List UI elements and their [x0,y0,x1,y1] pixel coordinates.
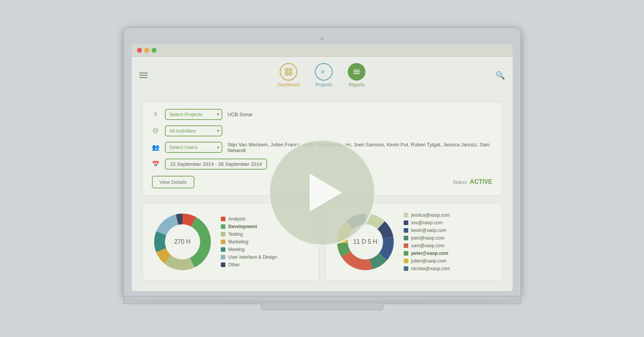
calendar-icon: 📅 [152,160,160,168]
nav-reports[interactable]: Reports [348,63,365,87]
svg-rect-0 [285,68,288,71]
legend-development: Development [221,224,277,229]
browser-titlebar [132,44,513,57]
ui-design-label: User Interface & Design [228,254,277,260]
joeri-color [404,236,408,240]
hash-icon: # [152,111,160,118]
analysis-label: Analysis [228,216,246,222]
date-range: 22 September 2014 - 26 September 2014 [165,159,267,170]
other-label: Other [228,262,240,267]
reports-label: Reports [349,82,365,87]
projects-icon: # [315,63,333,81]
peter-color [404,251,408,256]
svg-rect-3 [289,72,292,75]
legend-julien: julien@xaop.com [404,258,450,264]
marketing-label: Marketing [228,239,249,245]
svg-text:#: # [321,68,325,75]
at-icon: @ [152,127,160,134]
legend-jessica: jessica@xaop.com [404,212,450,218]
activity-donut: 270 H [152,211,213,272]
nicolas-label: nicolas@xaop.com [411,266,450,271]
analysis-color [221,217,225,221]
julien-color [404,259,408,263]
legend-meeting: Meeting [221,247,277,252]
development-label: Development [228,224,257,229]
meeting-label: Meeting [228,247,245,252]
users-icon: 👥 [152,144,160,151]
svv-label: svv@xaop.com [411,220,443,225]
user-legend: jessica@xaop.com svv@xaop.com kevin@xaop… [404,212,450,271]
browser-window: Dashboard # Projects [132,44,513,291]
navigation-bar: Dashboard # Projects [132,57,513,94]
joeri-label: joeri@xaop.com [411,235,445,241]
status-container: Status: ACTIVE [453,178,492,185]
legend-peter: peter@xaop.com [404,251,450,256]
play-icon [310,173,342,212]
video-play-overlay[interactable] [269,139,376,246]
ui-design-color [221,255,225,259]
dashboard-label: Dashboard [277,82,300,87]
main-content: # Select Projects UCB Sonar @ All Act [132,94,513,291]
maximize-button[interactable] [152,48,157,53]
user-donut-label: 11 D 5 H [353,238,377,245]
legend-sam: sam@xaop.com [404,243,450,248]
status-value: ACTIVE [470,178,492,185]
svg-rect-1 [289,68,292,71]
nicolas-color [404,266,408,271]
laptop-stand-top [124,300,520,303]
dashboard-icon [280,63,297,81]
project-value: UCB Sonar [228,112,253,117]
legend-kevin: kevin@xaop.com [404,228,450,233]
hamburger-menu[interactable] [139,73,148,78]
sam-color [404,243,408,248]
legend-joeri: joeri@xaop.com [404,235,450,241]
svg-rect-2 [285,72,288,75]
testing-color [221,232,225,237]
project-select-wrapper: Select Projects [165,109,222,120]
user-select-wrapper: Select Users [165,142,222,153]
nav-projects[interactable]: # Projects [315,63,333,87]
reports-icon [348,63,365,81]
meeting-color [221,247,225,252]
marketing-color [221,240,225,244]
activity-select[interactable]: All Activities [165,125,222,136]
legend-nicolas: nicolas@xaop.com [404,266,450,271]
close-button[interactable] [137,48,142,53]
activity-select-wrapper: All Activities [165,125,222,136]
laptop-container: Dashboard # Projects [123,27,521,310]
kevin-color [404,228,408,233]
legend-other: Other [221,262,277,267]
activity-filter-row: @ All Activities [152,125,492,136]
minimize-button[interactable] [144,48,149,53]
view-details-button[interactable]: View Details [152,176,194,188]
jessica-color [404,213,408,217]
nav-dashboard[interactable]: Dashboard [277,63,300,87]
nav-center: Dashboard # Projects [277,63,366,87]
legend-ui-design: User Interface & Design [221,254,277,260]
activity-legend: Analysis Development Testing [221,216,277,267]
activity-donut-label: 270 H [174,238,191,245]
peter-label: peter@xaop.com [411,251,448,256]
camera-dot [321,37,324,40]
legend-svv: svv@xaop.com [404,220,450,225]
search-icon[interactable]: 🔍 [496,71,505,80]
user-select[interactable]: Select Users [165,142,222,153]
laptop-base [123,296,521,304]
screen-bezel: Dashboard # Projects [123,27,521,296]
testing-label: Testing [228,232,243,237]
julien-label: julien@xaop.com [411,258,447,264]
kevin-label: kevin@xaop.com [411,228,447,233]
status-label: Status: [453,179,468,185]
laptop-stand-bottom [261,303,383,310]
projects-label: Projects [316,82,332,87]
legend-analysis: Analysis [221,216,277,222]
legend-testing: Testing [221,232,277,237]
development-color [221,224,225,229]
svv-color [404,220,408,225]
users-text: Stijn Van Weckem, Julien France, Peter V… [228,142,492,153]
sam-label: sam@xaop.com [411,243,445,248]
jessica-label: jessica@xaop.com [411,212,450,218]
other-color [221,262,225,267]
project-filter-row: # Select Projects UCB Sonar [152,109,492,120]
project-select[interactable]: Select Projects [165,109,222,120]
